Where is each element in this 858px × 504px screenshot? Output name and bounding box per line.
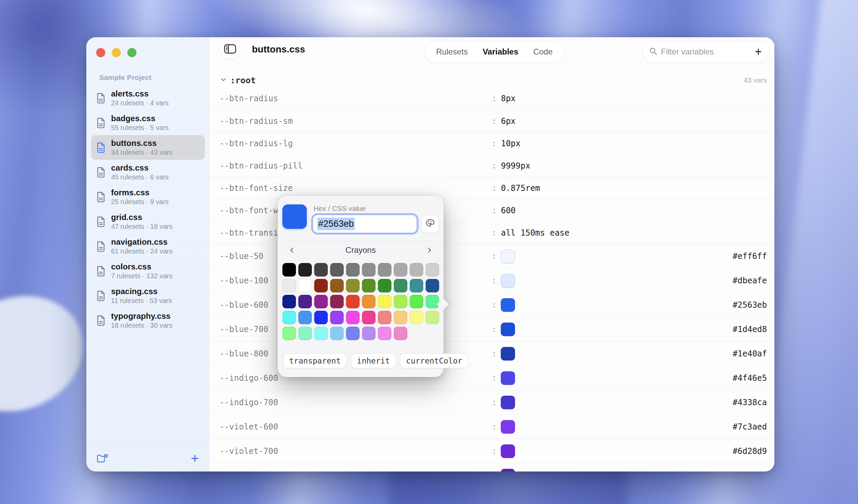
crayon-swatch[interactable] [346,263,360,277]
sidebar-toggle-button[interactable] [220,40,239,59]
crayon-swatch[interactable] [426,295,439,308]
color-swatch[interactable] [501,420,515,434]
color-swatch[interactable] [501,347,515,360]
color-swatch[interactable] [501,469,515,472]
crayon-swatch[interactable] [282,311,296,324]
color-swatch[interactable] [501,396,515,409]
crayon-swatch[interactable] [378,295,392,308]
root-section-header[interactable]: :root 43 vars [209,73,774,87]
crayon-swatch[interactable] [330,327,344,340]
color-swatch[interactable] [501,444,515,458]
crayon-swatch[interactable] [346,327,360,340]
tab-code[interactable]: Code [533,47,553,56]
keyword-button-transparent[interactable]: transparent [283,353,347,368]
variable-row-btn-radius[interactable]: --btn-radius:8px [209,87,774,110]
crayon-swatch[interactable] [314,263,328,277]
crayon-swatch[interactable] [362,279,376,292]
crayon-swatch[interactable] [426,279,439,292]
crayon-swatch[interactable] [394,311,407,324]
color-swatch[interactable] [501,298,515,312]
previous-palette-icon[interactable] [288,246,296,254]
variable-row-partial[interactable]: : [209,463,774,472]
crayon-swatch[interactable] [378,263,392,277]
file-item-badges[interactable]: badges.css55 rulesets · 5 vars [91,110,205,135]
crayon-swatch[interactable] [426,311,439,324]
tab-rulesets[interactable]: Rulesets [436,47,467,56]
variable-row-violet-700[interactable]: --violet-700:#6d28d9 [209,439,774,463]
crayon-swatch[interactable] [282,263,296,277]
crayon-swatch[interactable] [362,263,376,277]
file-item-typography[interactable]: typography.css18 rulesets · 30 vars [91,308,205,333]
crayon-swatch[interactable] [346,311,360,324]
crayon-swatch[interactable] [346,279,360,292]
crayon-swatch[interactable] [378,279,392,292]
crayon-swatch[interactable] [298,311,312,324]
crayon-swatch[interactable] [410,295,423,308]
variable-name: --blue-800 [219,349,269,358]
crayon-swatch[interactable] [410,311,423,324]
crayon-swatch[interactable] [330,311,344,324]
file-item-alerts[interactable]: alerts.css24 rulesets · 4 vars [91,86,205,110]
color-swatch[interactable] [501,249,515,263]
color-swatch[interactable] [501,274,515,287]
crayon-swatch[interactable] [314,327,328,340]
file-item-spacing[interactable]: spacing.css11 rulesets · 53 vars [91,283,205,308]
crayon-swatch[interactable] [378,311,392,324]
crayon-swatch[interactable] [426,263,439,277]
crayon-swatch[interactable] [394,279,407,292]
file-item-navigation[interactable]: navigation.css61 rulesets · 24 vars [91,234,205,259]
variable-row-btn-radius-sm[interactable]: --btn-radius-sm:6px [209,110,774,132]
crayon-swatch[interactable] [282,295,296,308]
crayon-swatch[interactable] [410,279,423,292]
system-color-picker-button[interactable] [421,215,439,233]
keyword-button-currentcolor[interactable]: currentColor [400,353,468,368]
crayon-swatch[interactable] [410,263,423,277]
variable-row-btn-radius-lg[interactable]: --btn-radius-lg:10px [209,132,774,155]
folder-plus-icon[interactable] [96,453,108,464]
crayon-swatch[interactable] [362,295,376,308]
variable-value-cell: : [492,469,515,472]
crayon-swatch[interactable] [330,295,344,308]
file-item-grid[interactable]: grid.css47 rulesets · 18 vars [91,209,205,234]
variable-row-btn-radius-pill[interactable]: --btn-radius-pill:9999px [209,155,774,177]
minimize-window-button[interactable] [112,48,121,57]
file-meta: forms.css25 rulesets · 9 vars [111,188,169,206]
filter-field[interactable]: + [643,41,768,62]
crayon-swatch[interactable] [362,311,376,324]
variable-row-violet-600[interactable]: --violet-600:#7c3aed [209,414,774,439]
crayon-swatch[interactable] [394,327,407,340]
crayon-swatch[interactable] [298,295,312,308]
crayon-swatch[interactable] [330,263,344,277]
color-picker-popover: Hex / CSS value #2563eb [277,196,444,377]
crayon-swatch[interactable] [298,279,312,292]
crayon-swatch[interactable] [394,295,407,308]
file-item-forms[interactable]: forms.css25 rulesets · 9 vars [91,184,205,209]
crayon-swatch[interactable] [298,263,312,277]
crayon-swatch[interactable] [314,295,328,308]
file-item-buttons[interactable]: buttons.css34 rulesets · 43 vars [91,135,205,160]
filter-input[interactable] [661,47,751,56]
crayon-swatch[interactable] [378,327,392,340]
crayon-swatch[interactable] [314,279,328,292]
file-item-colors[interactable]: colors.css7 rulesets · 132 vars [91,259,205,283]
color-swatch[interactable] [501,371,515,385]
crayon-swatch[interactable] [362,327,376,340]
add-variable-button[interactable]: + [755,46,762,58]
crayon-swatch[interactable] [282,327,296,340]
keyword-button-inherit[interactable]: inherit [351,353,396,368]
crayon-swatch[interactable] [298,327,312,340]
crayon-swatch[interactable] [330,279,344,292]
crayon-swatch[interactable] [314,311,328,324]
add-file-button[interactable]: + [191,452,199,465]
zoom-window-button[interactable] [127,48,137,57]
crayon-swatch[interactable] [282,279,296,292]
next-palette-icon[interactable] [425,246,433,254]
tab-variables[interactable]: Variables [482,47,518,56]
color-swatch[interactable] [501,323,515,336]
crayon-swatch[interactable] [394,263,407,277]
hex-value-input[interactable]: #2563eb [313,215,417,233]
file-item-cards[interactable]: cards.css45 rulesets · 6 vars [91,160,205,184]
close-window-button[interactable] [96,48,105,57]
variable-row-indigo-700[interactable]: --indigo-700:#4338ca [209,390,774,414]
crayon-swatch[interactable] [346,295,360,308]
